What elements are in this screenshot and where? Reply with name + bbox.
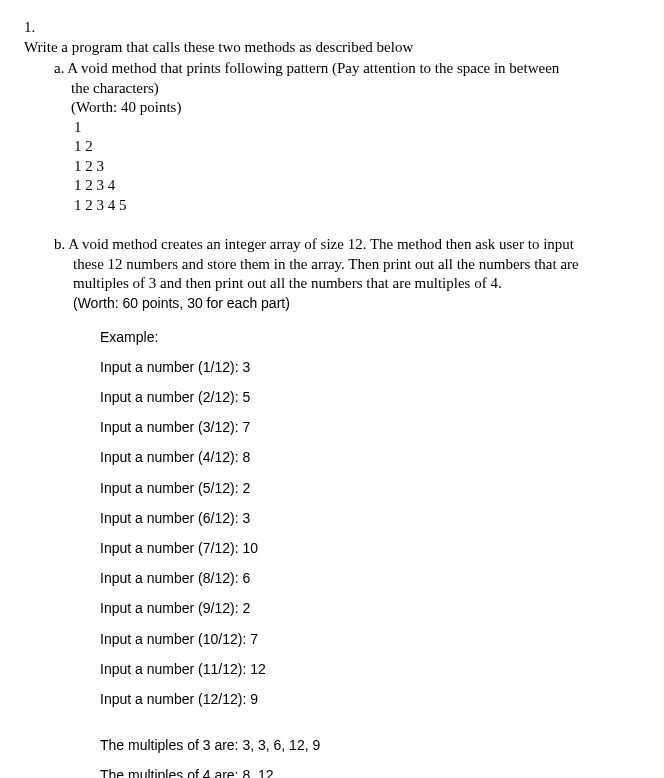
question-intro: Write a program that calls these two met… [24, 38, 624, 58]
input-line: Input a number (12/12): 9 [100, 690, 640, 708]
input-line: Input a number (5/12): 2 [100, 479, 640, 497]
pattern-row: 1 2 3 [74, 157, 640, 177]
pattern-row: 1 2 3 4 [74, 176, 640, 196]
input-line: Input a number (9/12): 2 [100, 599, 640, 617]
input-line: Input a number (1/12): 3 [100, 358, 640, 376]
part-a: a. A void method that prints following p… [54, 59, 640, 79]
part-b-worth: (Worth: 60 points, 30 for each part) [73, 294, 640, 312]
example-block: Example: Input a number (1/12): 3 Input … [100, 328, 640, 778]
part-b-line2: these 12 numbers and store them in the a… [73, 255, 640, 275]
results-block: The multiples of 3 are: 3, 3, 6, 12, 9 T… [100, 736, 640, 778]
result-mult4: The multiples of 4 are: 8, 12 [100, 766, 640, 778]
question-block: 1. Write a program that calls these two … [24, 18, 640, 778]
example-label: Example: [100, 328, 640, 346]
part-a-line2: the characters) [71, 79, 640, 99]
input-line: Input a number (7/12): 10 [100, 539, 640, 557]
input-line: Input a number (4/12): 8 [100, 448, 640, 466]
part-a-worth: (Worth: 40 points) [71, 98, 640, 118]
pattern-row: 1 [74, 118, 640, 138]
input-line: Input a number (11/12): 12 [100, 660, 640, 678]
input-line: Input a number (2/12): 5 [100, 388, 640, 406]
part-b-line3: multiples of 3 and then print out all th… [73, 274, 640, 294]
input-line: Input a number (3/12): 7 [100, 418, 640, 436]
part-b: b. A void method creates an integer arra… [54, 235, 640, 255]
input-line: Input a number (8/12): 6 [100, 569, 640, 587]
part-b-letter: b. [54, 236, 65, 252]
question-header: 1. Write a program that calls these two … [24, 18, 640, 57]
pattern-row: 1 2 [74, 137, 640, 157]
part-b-line1: A void method creates an integer array o… [68, 236, 574, 252]
result-mult3: The multiples of 3 are: 3, 3, 6, 12, 9 [100, 736, 640, 754]
part-a-line1: A void method that prints following patt… [67, 60, 559, 76]
pattern-block: 1 1 2 1 2 3 1 2 3 4 1 2 3 4 5 [74, 118, 640, 216]
question-number: 1. [24, 18, 44, 38]
input-line: Input a number (6/12): 3 [100, 509, 640, 527]
pattern-row: 1 2 3 4 5 [74, 196, 640, 216]
input-line: Input a number (10/12): 7 [100, 630, 640, 648]
part-a-letter: a. [54, 60, 64, 76]
